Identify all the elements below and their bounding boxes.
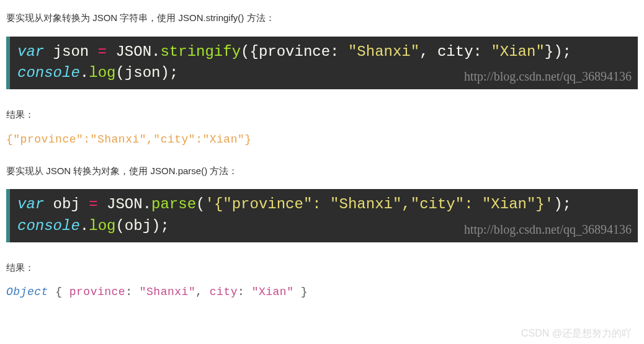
paren-open: ( [196, 196, 205, 213]
dot: . [80, 64, 89, 81]
console-obj: console [17, 218, 80, 234]
colon: : [238, 286, 252, 298]
brace: { [55, 286, 69, 298]
operator-eq: = [89, 43, 115, 60]
obj-val: "Shanxi" [140, 286, 195, 298]
var-name: obj [53, 196, 80, 213]
keyword-var: var [17, 43, 53, 60]
json-class: JSON [115, 43, 151, 60]
string-literal: "Xian" [491, 43, 544, 60]
semicolon: ; [160, 218, 169, 234]
brace: } [293, 286, 308, 298]
result-label: 结果： [6, 261, 638, 275]
colon: : [125, 286, 140, 298]
paren-open: ( [115, 218, 124, 234]
dot: . [80, 218, 89, 234]
semicolon: ; [563, 196, 571, 213]
colon: : [330, 43, 348, 60]
semicolon: ; [563, 43, 571, 60]
paren-close: ) [553, 196, 562, 213]
var-name: json [53, 43, 89, 60]
obj-val: "Xian" [252, 286, 294, 298]
paren-close: ) [160, 64, 169, 81]
colon: : [473, 43, 491, 60]
paren-open: ( [115, 64, 124, 81]
code-watermark: http://blog.csdn.net/qq_36894136 [464, 68, 632, 86]
code-block-parse: var obj = JSON.parse('{"province": "Shan… [6, 189, 638, 242]
semicolon: ; [169, 64, 178, 81]
keyword-var: var [17, 196, 53, 213]
string-literal: '{"province": "Shanxi","city": "Xian"}' [205, 196, 553, 213]
method-parse: parse [151, 196, 196, 213]
method-log: log [89, 218, 115, 234]
comma: , [419, 43, 437, 60]
method-stringify: stringify [160, 43, 241, 60]
paren-close: ) [151, 218, 160, 234]
code-watermark: http://blog.csdn.net/qq_36894136 [464, 221, 632, 239]
operator-eq: = [80, 196, 107, 213]
obj-key: province [259, 43, 330, 60]
paren-open: ( [241, 43, 249, 60]
code-block-stringify: var json = JSON.stringify({province: "Sh… [6, 37, 638, 90]
console-obj: console [17, 64, 80, 81]
brace-open: { [249, 43, 258, 60]
brace-close: } [545, 43, 553, 60]
obj-key: city [210, 286, 238, 298]
output-type: Object [6, 286, 55, 298]
arg: json [125, 64, 161, 81]
obj-key: city [437, 43, 473, 60]
json-class: JSON [107, 196, 143, 213]
result-label: 结果： [6, 108, 638, 122]
method-log: log [89, 64, 115, 81]
obj-key: province [69, 286, 125, 298]
comma: , [195, 286, 210, 298]
dot: . [143, 196, 151, 213]
output-object: Object { province: "Shanxi", city: "Xian… [6, 286, 638, 298]
paren-close: ) [553, 43, 562, 60]
intro-parse: 要实现从 JSON 转换为对象，使用 JSON.parse() 方法： [6, 164, 638, 179]
string-literal: "Shanxi" [348, 43, 419, 60]
output-json-string: {"province":"Shanxi","city":"Xian"} [6, 133, 638, 146]
dot: . [151, 43, 160, 60]
intro-stringify: 要实现从对象转换为 JSON 字符串，使用 JSON.stringify() 方… [6, 11, 638, 25]
arg: obj [125, 218, 151, 234]
